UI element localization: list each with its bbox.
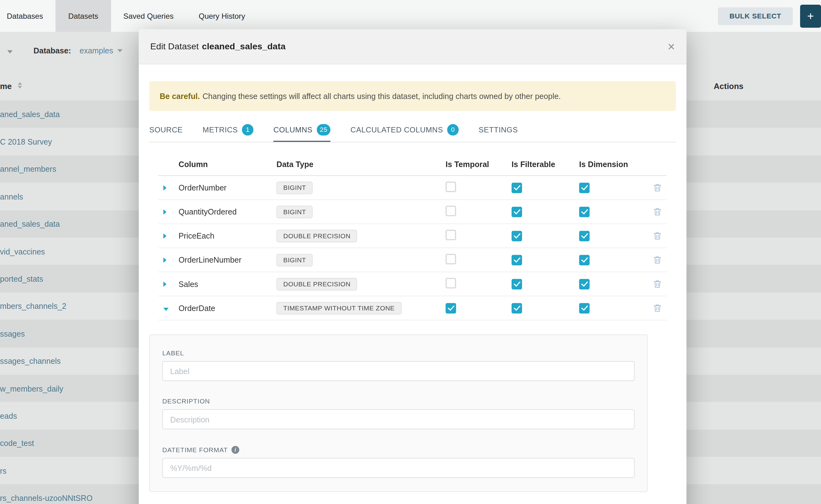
tab-source[interactable]: SOURCE: [149, 118, 183, 142]
dataset-link[interactable]: vid_vaccines: [0, 247, 45, 256]
header-column: Column: [179, 160, 276, 168]
expand-caret-icon[interactable]: [163, 185, 166, 190]
database-filter-value: examples: [80, 46, 113, 55]
nav-tab-datasets[interactable]: Datasets: [56, 0, 111, 32]
is-dimension-checkbox[interactable]: [579, 182, 590, 193]
is-filterable-checkbox[interactable]: [512, 182, 522, 193]
is-temporal-checkbox[interactable]: [446, 303, 456, 314]
calculated-columns-count-badge: 0: [448, 124, 459, 135]
top-nav: Databases Datasets Saved Queries Query H…: [0, 0, 821, 32]
datetime-format-field-label: DATETIME FORMAT: [162, 446, 635, 454]
header-is-filterable: Is Filterable: [512, 160, 579, 168]
plus-icon: +: [807, 9, 814, 23]
data-type-pill: BIGINT: [276, 254, 313, 266]
is-filterable-checkbox[interactable]: [512, 254, 522, 265]
column-row-ordernumber: OrderNumber BIGINT: [158, 176, 666, 200]
description-input[interactable]: [162, 409, 635, 429]
trash-icon[interactable]: [653, 183, 661, 192]
modal-body: Be careful. Changing these settings will…: [139, 81, 686, 492]
dataset-link[interactable]: w_members_daily: [0, 384, 63, 393]
is-dimension-checkbox[interactable]: [579, 230, 590, 241]
header-is-dimension: Is Dimension: [579, 160, 648, 168]
column-name: OrderDate: [179, 304, 276, 312]
header-data-type: Data Type: [276, 160, 446, 168]
nav-tab-saved-queries[interactable]: Saved Queries: [111, 0, 186, 32]
is-dimension-checkbox[interactable]: [579, 303, 590, 314]
is-filterable-checkbox[interactable]: [512, 303, 522, 314]
tab-columns[interactable]: COLUMNS25: [273, 118, 330, 142]
label-field-label: LABEL: [162, 350, 635, 357]
modal-tabs: SOURCE METRICS1 COLUMNS25 CALCULATED COL…: [149, 118, 676, 142]
is-filterable-checkbox[interactable]: [512, 230, 522, 241]
tab-label: CALCULATED COLUMNS: [350, 125, 443, 134]
column-name: OrderNumber: [179, 183, 276, 192]
column-row-priceeach: PriceEach DOUBLE PRECISION: [158, 224, 666, 248]
close-icon[interactable]: ×: [668, 40, 675, 53]
columns-count-badge: 25: [317, 124, 330, 135]
collapse-caret-icon[interactable]: [163, 308, 169, 311]
trash-icon[interactable]: [653, 231, 661, 240]
dataset-link[interactable]: aned_sales_data: [0, 220, 60, 228]
tab-label: COLUMNS: [273, 125, 312, 134]
dataset-link[interactable]: annels: [0, 192, 23, 201]
tab-label: SETTINGS: [479, 125, 518, 134]
edit-dataset-modal: Edit Datasetcleaned_sales_data × Be care…: [139, 29, 686, 504]
datetime-format-input[interactable]: [162, 458, 635, 478]
is-dimension-checkbox[interactable]: [579, 254, 590, 265]
tab-metrics[interactable]: METRICS1: [202, 118, 253, 142]
tab-calculated-columns[interactable]: CALCULATED COLUMNS0: [350, 118, 459, 142]
dataset-link[interactable]: annel_members: [0, 165, 56, 173]
dataset-link[interactable]: ported_stats: [0, 274, 43, 283]
dataset-link[interactable]: ssages_channels: [0, 357, 61, 365]
dataset-link[interactable]: C 2018 Survey: [0, 137, 52, 146]
sort-icon[interactable]: [18, 82, 22, 88]
warning-text: Changing these settings will affect all …: [202, 91, 561, 100]
dataset-link[interactable]: rs: [0, 466, 7, 475]
column-name: QuantityOrdered: [179, 207, 276, 216]
columns-table-header: Column Data Type Is Temporal Is Filterab…: [158, 153, 666, 176]
dataset-link[interactable]: ssages: [0, 329, 25, 338]
is-temporal-checkbox[interactable]: [446, 206, 456, 216]
dataset-link[interactable]: eads: [0, 411, 17, 420]
nav-actions: BULK SELECT +: [718, 4, 821, 27]
column-name: PriceEach: [179, 231, 276, 240]
is-temporal-checkbox[interactable]: [446, 254, 456, 264]
info-icon[interactable]: [231, 446, 239, 454]
trash-icon[interactable]: [653, 304, 661, 312]
is-filterable-checkbox[interactable]: [512, 279, 522, 289]
bulk-select-button[interactable]: BULK SELECT: [718, 7, 793, 25]
column-row-orderdate: OrderDate TIMESTAMP WITHOUT TIME ZONE: [158, 296, 666, 320]
actions-column-header: Actions: [714, 82, 744, 91]
chevron-down-icon: [117, 49, 123, 52]
is-temporal-checkbox[interactable]: [446, 230, 456, 240]
nav-tab-query-history[interactable]: Query History: [186, 0, 258, 32]
trash-icon[interactable]: [653, 207, 661, 216]
label-field-group: LABEL: [162, 350, 635, 381]
dataset-link[interactable]: aned_sales_data: [0, 110, 60, 118]
trash-icon[interactable]: [653, 279, 661, 288]
add-dataset-button[interactable]: +: [800, 4, 821, 27]
tab-settings[interactable]: SETTINGS: [479, 118, 518, 142]
column-row-sales: Sales DOUBLE PRECISION: [158, 272, 666, 296]
database-filter-select[interactable]: examples: [80, 46, 123, 55]
modal-header: Edit Datasetcleaned_sales_data ×: [139, 29, 686, 64]
expand-caret-icon[interactable]: [163, 209, 166, 215]
expand-caret-icon[interactable]: [163, 234, 166, 239]
trash-icon[interactable]: [653, 255, 661, 264]
label-input[interactable]: [162, 361, 635, 381]
nav-tab-databases[interactable]: Databases: [7, 0, 56, 32]
expand-caret-icon[interactable]: [163, 258, 166, 263]
is-dimension-checkbox[interactable]: [579, 279, 590, 289]
dataset-link[interactable]: mbers_channels_2: [0, 302, 66, 310]
is-temporal-checkbox[interactable]: [446, 278, 456, 289]
name-column-header[interactable]: me: [0, 82, 12, 91]
is-filterable-checkbox[interactable]: [512, 206, 522, 217]
tab-label: SOURCE: [149, 125, 183, 134]
is-temporal-checkbox[interactable]: [446, 182, 456, 192]
filter-dropdown-caret-icon[interactable]: [7, 50, 12, 53]
dataset-link[interactable]: code_test: [0, 439, 34, 447]
expand-caret-icon[interactable]: [163, 282, 166, 287]
modal-title: Edit Datasetcleaned_sales_data: [150, 41, 285, 52]
is-dimension-checkbox[interactable]: [579, 206, 590, 217]
dataset-link[interactable]: rs_channels-uzooNNtSRO: [0, 494, 92, 502]
